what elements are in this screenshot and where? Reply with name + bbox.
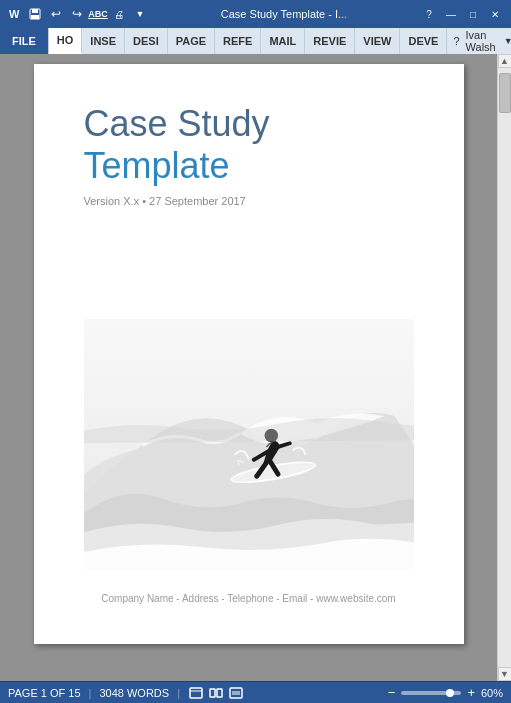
document-title-line2: Template (84, 144, 414, 187)
tab-review[interactable]: REVIE (305, 28, 355, 54)
spell-btn[interactable]: ABC (89, 5, 107, 23)
web-layout-btn[interactable] (228, 686, 244, 700)
status-right: − + 60% (388, 686, 503, 699)
svg-rect-19 (217, 689, 222, 697)
tab-file[interactable]: FILE (0, 28, 49, 54)
main-content: Case Study Template Version X.x • 27 Sep… (0, 54, 511, 681)
minimize-btn[interactable]: — (441, 6, 461, 22)
page-indicator: PAGE 1 OF 15 (8, 687, 81, 699)
tab-home[interactable]: HO (49, 28, 83, 54)
user-name: Ivan Walsh (466, 29, 500, 53)
tab-page[interactable]: PAGE (168, 28, 215, 54)
view-icons (188, 686, 244, 700)
scroll-up-btn[interactable]: ▲ (498, 54, 512, 68)
tab-insert[interactable]: INSE (82, 28, 125, 54)
tab-references[interactable]: REFE (215, 28, 261, 54)
ribbon-tabs: FILE HO INSE DESI PAGE REFE MAIL REVIE V… (0, 28, 511, 54)
undo-btn[interactable]: ↩ (47, 5, 65, 23)
svg-rect-4 (31, 15, 39, 19)
vertical-scrollbar[interactable]: ▲ ▼ (497, 54, 511, 681)
print-layout-btn[interactable] (188, 686, 204, 700)
save-btn[interactable] (26, 5, 44, 23)
document-footer: Company Name - Address - Telephone - Ema… (84, 581, 414, 604)
document-version: Version X.x • 27 September 2017 (84, 195, 414, 207)
zoom-percent: 60% (481, 687, 503, 699)
document-title-line1: Case Study (84, 104, 414, 144)
svg-rect-3 (32, 9, 38, 13)
tab-view[interactable]: VIEW (355, 28, 400, 54)
tab-design[interactable]: DESI (125, 28, 168, 54)
status-bar: PAGE 1 OF 15 | 3048 WORDS | − (0, 681, 511, 703)
tab-mailings[interactable]: MAIL (261, 28, 305, 54)
close-btn[interactable]: ✕ (485, 6, 505, 22)
ribbon-help-btn[interactable]: ? (447, 28, 465, 54)
user-dropdown-icon: ▼ (504, 36, 511, 46)
document-page: Case Study Template Version X.x • 27 Sep… (34, 64, 464, 644)
word-count: 3048 WORDS (99, 687, 169, 699)
svg-text:W: W (9, 8, 20, 20)
words-label: 3048 WORDS (99, 687, 169, 699)
zoom-minus-btn[interactable]: − (388, 686, 396, 699)
read-mode-btn[interactable] (208, 686, 224, 700)
document-area: Case Study Template Version X.x • 27 Sep… (0, 54, 511, 681)
scroll-thumb[interactable] (499, 73, 511, 113)
scroll-down-btn[interactable]: ▼ (498, 667, 512, 681)
page-wrapper: Case Study Template Version X.x • 27 Sep… (0, 54, 497, 681)
svg-rect-16 (190, 688, 202, 698)
page-label: PAGE 1 OF 15 (8, 687, 81, 699)
customize-qa-btn[interactable]: ▼ (131, 5, 149, 23)
zoom-plus-btn[interactable]: + (467, 686, 475, 699)
title-bar-left: W ↩ ↪ ABC 🖨 ▼ (6, 5, 149, 23)
redo-btn[interactable]: ↪ (68, 5, 86, 23)
help-btn[interactable]: ? (419, 6, 439, 22)
window-controls: ? — □ ✕ (419, 6, 505, 22)
zoom-thumb (446, 689, 454, 697)
quick-access-toolbar: ↩ ↪ ABC 🖨 ▼ (26, 5, 149, 23)
svg-rect-20 (230, 688, 242, 698)
zoom-slider[interactable] (401, 691, 461, 695)
surfer-illustration (84, 237, 414, 571)
maximize-btn[interactable]: □ (463, 6, 483, 22)
print-btn[interactable]: 🖨 (110, 5, 128, 23)
scroll-track[interactable] (498, 68, 512, 667)
word-icon: W (6, 6, 22, 22)
window-title: Case Study Template - I... (149, 8, 419, 20)
user-menu[interactable]: Ivan Walsh ▼ (466, 28, 511, 54)
title-bar: W ↩ ↪ ABC 🖨 ▼ Case Study Template - I...… (0, 0, 511, 28)
ribbon: FILE HO INSE DESI PAGE REFE MAIL REVIE V… (0, 28, 511, 54)
svg-rect-18 (210, 689, 215, 697)
tab-developer[interactable]: DEVE (400, 28, 447, 54)
